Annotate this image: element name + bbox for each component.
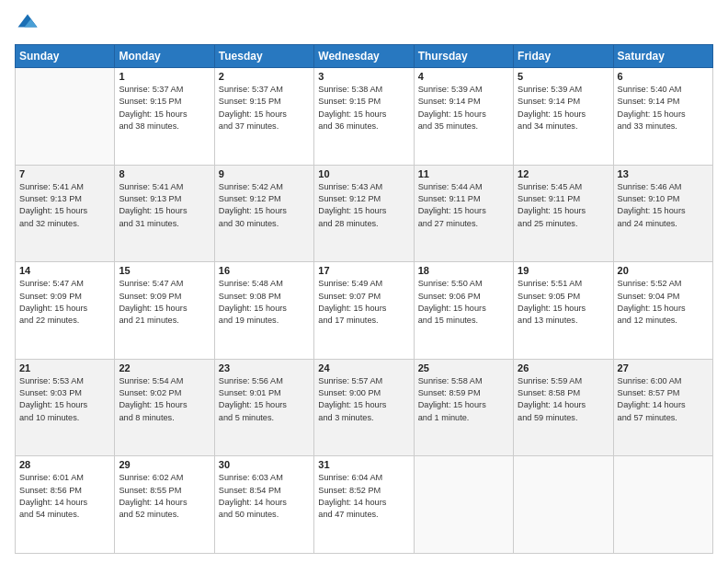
day-number: 3 <box>318 71 409 82</box>
day-info: Sunrise: 5:44 AMSunset: 9:11 PMDaylight:… <box>418 181 509 230</box>
calendar-cell: 4Sunrise: 5:39 AMSunset: 9:14 PMDaylight… <box>414 68 513 166</box>
calendar-cell <box>514 456 613 554</box>
day-number: 18 <box>418 265 509 276</box>
calendar-cell: 19Sunrise: 5:51 AMSunset: 9:05 PMDayligh… <box>514 262 613 360</box>
calendar-cell: 8Sunrise: 5:41 AMSunset: 9:13 PMDaylight… <box>115 165 214 262</box>
day-number: 4 <box>418 71 509 82</box>
day-number: 26 <box>518 362 609 373</box>
day-number: 19 <box>518 265 609 276</box>
calendar-cell: 10Sunrise: 5:43 AMSunset: 9:12 PMDayligh… <box>314 165 414 262</box>
calendar-cell: 2Sunrise: 5:37 AMSunset: 9:15 PMDaylight… <box>214 68 313 166</box>
day-info: Sunrise: 5:39 AMSunset: 9:14 PMDaylight:… <box>418 84 509 132</box>
day-number: 25 <box>418 362 509 373</box>
day-number: 8 <box>119 168 210 179</box>
day-info: Sunrise: 5:58 AMSunset: 8:59 PMDaylight:… <box>418 375 509 424</box>
calendar-cell: 28Sunrise: 6:01 AMSunset: 8:56 PMDayligh… <box>16 456 115 554</box>
calendar-cell: 11Sunrise: 5:44 AMSunset: 9:11 PMDayligh… <box>414 165 513 262</box>
day-number: 6 <box>618 71 709 82</box>
day-number: 20 <box>618 265 709 276</box>
header <box>15 11 713 37</box>
day-info: Sunrise: 5:51 AMSunset: 9:05 PMDaylight:… <box>518 278 609 327</box>
calendar-cell: 14Sunrise: 5:47 AMSunset: 9:09 PMDayligh… <box>16 262 115 360</box>
calendar-cell: 1Sunrise: 5:37 AMSunset: 9:15 PMDaylight… <box>115 68 214 166</box>
calendar-cell: 21Sunrise: 5:53 AMSunset: 9:03 PMDayligh… <box>16 359 115 456</box>
day-number: 11 <box>418 168 509 179</box>
day-info: Sunrise: 6:04 AMSunset: 8:52 PMDaylight:… <box>318 472 409 521</box>
day-info: Sunrise: 5:50 AMSunset: 9:06 PMDaylight:… <box>418 278 509 327</box>
day-number: 14 <box>19 265 110 276</box>
day-number: 24 <box>318 362 409 373</box>
day-number: 22 <box>119 362 210 373</box>
day-number: 30 <box>219 459 310 470</box>
calendar-row-5: 28Sunrise: 6:01 AMSunset: 8:56 PMDayligh… <box>16 456 713 554</box>
day-number: 15 <box>119 265 210 276</box>
weekday-header-saturday: Saturday <box>613 45 712 68</box>
calendar-header-row: SundayMondayTuesdayWednesdayThursdayFrid… <box>16 45 713 68</box>
calendar-cell: 27Sunrise: 6:00 AMSunset: 8:57 PMDayligh… <box>613 359 712 456</box>
day-number: 2 <box>219 71 310 82</box>
day-info: Sunrise: 5:49 AMSunset: 9:07 PMDaylight:… <box>318 278 409 327</box>
calendar-cell: 24Sunrise: 5:57 AMSunset: 9:00 PMDayligh… <box>314 359 414 456</box>
day-number: 31 <box>318 459 409 470</box>
day-number: 5 <box>518 71 609 82</box>
day-info: Sunrise: 5:41 AMSunset: 9:13 PMDaylight:… <box>119 181 210 230</box>
day-info: Sunrise: 5:57 AMSunset: 9:00 PMDaylight:… <box>318 375 409 424</box>
day-info: Sunrise: 5:46 AMSunset: 9:10 PMDaylight:… <box>618 181 709 230</box>
page: SundayMondayTuesdayWednesdayThursdayFrid… <box>0 0 728 563</box>
logo-icon <box>15 11 40 37</box>
weekday-header-wednesday: Wednesday <box>314 45 414 68</box>
calendar-row-4: 21Sunrise: 5:53 AMSunset: 9:03 PMDayligh… <box>16 359 713 456</box>
day-info: Sunrise: 6:02 AMSunset: 8:55 PMDaylight:… <box>119 472 210 521</box>
day-number: 28 <box>19 459 110 470</box>
day-info: Sunrise: 5:42 AMSunset: 9:12 PMDaylight:… <box>219 181 310 230</box>
day-number: 10 <box>318 168 409 179</box>
calendar-cell: 30Sunrise: 6:03 AMSunset: 8:54 PMDayligh… <box>214 456 313 554</box>
calendar-row-3: 14Sunrise: 5:47 AMSunset: 9:09 PMDayligh… <box>16 262 713 360</box>
calendar-cell: 3Sunrise: 5:38 AMSunset: 9:15 PMDaylight… <box>314 68 414 166</box>
calendar-cell: 22Sunrise: 5:54 AMSunset: 9:02 PMDayligh… <box>115 359 214 456</box>
calendar-cell <box>613 456 712 554</box>
day-info: Sunrise: 6:01 AMSunset: 8:56 PMDaylight:… <box>19 472 110 521</box>
calendar-cell: 29Sunrise: 6:02 AMSunset: 8:55 PMDayligh… <box>115 456 214 554</box>
day-info: Sunrise: 5:41 AMSunset: 9:13 PMDaylight:… <box>19 181 110 230</box>
calendar-cell: 9Sunrise: 5:42 AMSunset: 9:12 PMDaylight… <box>214 165 313 262</box>
calendar-cell: 18Sunrise: 5:50 AMSunset: 9:06 PMDayligh… <box>414 262 513 360</box>
calendar-cell: 26Sunrise: 5:59 AMSunset: 8:58 PMDayligh… <box>514 359 613 456</box>
calendar-cell: 16Sunrise: 5:48 AMSunset: 9:08 PMDayligh… <box>214 262 313 360</box>
day-info: Sunrise: 5:43 AMSunset: 9:12 PMDaylight:… <box>318 181 409 230</box>
day-info: Sunrise: 5:52 AMSunset: 9:04 PMDaylight:… <box>618 278 709 327</box>
calendar-table: SundayMondayTuesdayWednesdayThursdayFrid… <box>15 44 713 554</box>
day-number: 23 <box>219 362 310 373</box>
weekday-header-tuesday: Tuesday <box>214 45 313 68</box>
day-number: 7 <box>19 168 110 179</box>
day-info: Sunrise: 5:37 AMSunset: 9:15 PMDaylight:… <box>219 84 310 132</box>
calendar-cell <box>16 68 115 166</box>
day-number: 16 <box>219 265 310 276</box>
day-info: Sunrise: 6:00 AMSunset: 8:57 PMDaylight:… <box>618 375 709 424</box>
calendar-cell: 20Sunrise: 5:52 AMSunset: 9:04 PMDayligh… <box>613 262 712 360</box>
calendar-cell: 7Sunrise: 5:41 AMSunset: 9:13 PMDaylight… <box>16 165 115 262</box>
weekday-header-sunday: Sunday <box>16 45 115 68</box>
day-info: Sunrise: 5:54 AMSunset: 9:02 PMDaylight:… <box>119 375 210 424</box>
calendar-cell: 12Sunrise: 5:45 AMSunset: 9:11 PMDayligh… <box>514 165 613 262</box>
calendar-cell: 23Sunrise: 5:56 AMSunset: 9:01 PMDayligh… <box>214 359 313 456</box>
day-number: 29 <box>119 459 210 470</box>
calendar-row-1: 1Sunrise: 5:37 AMSunset: 9:15 PMDaylight… <box>16 68 713 166</box>
day-info: Sunrise: 5:45 AMSunset: 9:11 PMDaylight:… <box>518 181 609 230</box>
day-info: Sunrise: 5:39 AMSunset: 9:14 PMDaylight:… <box>518 84 609 132</box>
weekday-header-thursday: Thursday <box>414 45 513 68</box>
day-info: Sunrise: 5:38 AMSunset: 9:15 PMDaylight:… <box>318 84 409 132</box>
day-number: 12 <box>518 168 609 179</box>
calendar-cell: 13Sunrise: 5:46 AMSunset: 9:10 PMDayligh… <box>613 165 712 262</box>
day-info: Sunrise: 5:53 AMSunset: 9:03 PMDaylight:… <box>19 375 110 424</box>
day-info: Sunrise: 5:48 AMSunset: 9:08 PMDaylight:… <box>219 278 310 327</box>
day-number: 13 <box>618 168 709 179</box>
day-info: Sunrise: 5:37 AMSunset: 9:15 PMDaylight:… <box>119 84 210 132</box>
calendar-cell: 15Sunrise: 5:47 AMSunset: 9:09 PMDayligh… <box>115 262 214 360</box>
day-info: Sunrise: 5:59 AMSunset: 8:58 PMDaylight:… <box>518 375 609 424</box>
day-number: 27 <box>618 362 709 373</box>
day-number: 17 <box>318 265 409 276</box>
day-info: Sunrise: 5:47 AMSunset: 9:09 PMDaylight:… <box>119 278 210 327</box>
day-info: Sunrise: 5:40 AMSunset: 9:14 PMDaylight:… <box>618 84 709 132</box>
calendar-cell: 17Sunrise: 5:49 AMSunset: 9:07 PMDayligh… <box>314 262 414 360</box>
